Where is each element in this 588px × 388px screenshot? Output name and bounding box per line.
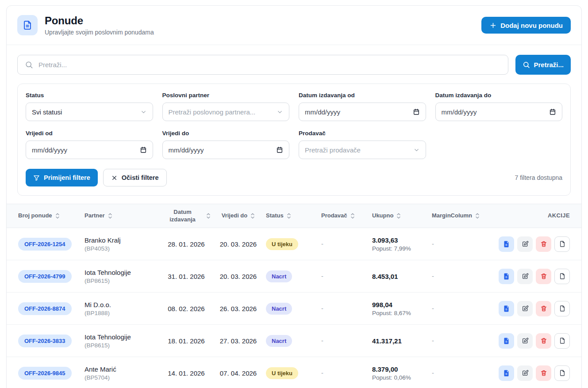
delete-button[interactable] bbox=[536, 269, 551, 284]
valid-until-date: 20. 03. 2026 bbox=[215, 273, 266, 280]
column-header-total[interactable]: Ukupno bbox=[372, 212, 432, 219]
duplicate-icon bbox=[559, 337, 566, 344]
duplicate-icon bbox=[559, 305, 566, 312]
issue-date-to-input[interactable]: mm/dd/yyyy bbox=[435, 103, 563, 121]
status-label: Status bbox=[26, 92, 153, 99]
issue-date-from-input[interactable]: mm/dd/yyyy bbox=[299, 103, 426, 121]
status-badge: U tijeku bbox=[266, 238, 298, 250]
valid-to-input[interactable]: mm/dd/yyyy bbox=[162, 141, 290, 159]
delete-icon bbox=[540, 240, 547, 247]
table-row: OFF-2026-3833 Iota Tehnologije (BP8615) … bbox=[7, 325, 581, 357]
calendar-icon[interactable] bbox=[140, 146, 147, 153]
column-header-margin[interactable]: MarginColumn bbox=[432, 212, 492, 219]
partner-label: Poslovni partner bbox=[162, 92, 290, 99]
view-document-button[interactable] bbox=[499, 269, 514, 284]
total-amount: 8.453,01 bbox=[372, 273, 427, 280]
column-header-seller[interactable]: Prodavač bbox=[321, 212, 372, 219]
partner-name: Iota Tehnologije bbox=[85, 333, 158, 341]
sort-icon bbox=[287, 213, 291, 219]
partner-code: (BP8615) bbox=[85, 278, 158, 284]
delete-button[interactable] bbox=[536, 301, 551, 316]
partner-code: (BP4053) bbox=[85, 245, 158, 252]
seller-value: - bbox=[321, 240, 372, 247]
duplicate-icon bbox=[559, 240, 566, 247]
view-document-button[interactable] bbox=[499, 236, 514, 252]
calendar-icon[interactable] bbox=[413, 108, 420, 115]
add-offer-button[interactable]: Dodaj novu ponudu bbox=[481, 17, 571, 34]
calendar-icon[interactable] bbox=[276, 146, 283, 153]
duplicate-button[interactable] bbox=[554, 236, 570, 252]
filter-partner: Poslovni partner Pretraži poslovnog part… bbox=[162, 92, 290, 121]
row-actions bbox=[492, 269, 570, 284]
delete-icon bbox=[540, 369, 547, 377]
seller-select[interactable]: Pretraži prodavače bbox=[299, 141, 426, 159]
edit-button[interactable] bbox=[517, 333, 533, 349]
column-header-partner[interactable]: Partner bbox=[85, 212, 162, 219]
table-row: OFF-2026-9845 Ante Marić (BP5704) 14. 01… bbox=[7, 357, 581, 388]
valid-from-input[interactable]: mm/dd/yyyy bbox=[26, 141, 153, 159]
valid-until-date: 27. 03. 2026 bbox=[215, 337, 266, 345]
chevron-down-icon bbox=[413, 147, 420, 153]
duplicate-button[interactable] bbox=[554, 333, 570, 349]
view-document-button[interactable] bbox=[499, 333, 514, 349]
column-header-valid[interactable]: Vrijedi do bbox=[215, 212, 266, 219]
duplicate-icon bbox=[559, 273, 566, 280]
view-document-icon bbox=[503, 273, 510, 280]
status-badge: U tijeku bbox=[266, 367, 298, 379]
partner-code: (BP5704) bbox=[85, 374, 158, 381]
sort-icon bbox=[55, 213, 60, 219]
delete-button[interactable] bbox=[536, 333, 551, 349]
table-row: OFF-2026-1254 Branko Kralj (BP4053) 28. … bbox=[7, 228, 581, 260]
edit-button[interactable] bbox=[517, 301, 533, 316]
table-header-row: Broj ponudePartnerDatum izdavanjaVrijedi… bbox=[7, 204, 581, 228]
column-header-status[interactable]: Status bbox=[266, 212, 321, 219]
margin-value: - bbox=[432, 305, 492, 312]
status-select[interactable]: Svi statusi bbox=[26, 103, 153, 121]
valid-to-label: Vrijedi do bbox=[162, 130, 290, 137]
valid-until-date: 07. 04. 2026 bbox=[215, 369, 266, 377]
discount-note: Popust: 0,06% bbox=[372, 374, 427, 381]
delete-icon bbox=[540, 305, 547, 312]
edit-button[interactable] bbox=[517, 236, 533, 252]
total-cell: 998,04 Popust: 8,67% bbox=[372, 301, 432, 316]
clear-filters-button[interactable]: Očisti filtere bbox=[103, 169, 167, 186]
margin-value: - bbox=[432, 337, 492, 344]
search-input[interactable]: Pretraži... bbox=[17, 55, 508, 75]
delete-button[interactable] bbox=[536, 365, 551, 381]
partner-select[interactable]: Pretraži poslovnog partnera... bbox=[162, 103, 290, 121]
filters-available-hint: 7 filtera dostupna bbox=[515, 174, 562, 181]
partner-name: Iota Tehnologije bbox=[85, 269, 158, 276]
search-button[interactable]: Pretraži... bbox=[515, 55, 571, 75]
duplicate-button[interactable] bbox=[554, 301, 570, 316]
apply-filters-button[interactable]: Primijeni filtere bbox=[26, 169, 98, 186]
view-document-icon bbox=[503, 305, 510, 312]
calendar-icon[interactable] bbox=[549, 108, 556, 115]
edit-icon bbox=[522, 369, 529, 377]
column-header-id[interactable]: Broj ponude bbox=[18, 212, 85, 219]
sort-icon bbox=[350, 213, 355, 219]
plus-icon bbox=[489, 22, 497, 29]
partner-code: (BP1888) bbox=[85, 310, 158, 316]
chevron-down-icon bbox=[140, 109, 147, 115]
edit-button[interactable] bbox=[517, 365, 533, 381]
status-badge: Nacrt bbox=[266, 335, 292, 347]
margin-value: - bbox=[432, 240, 492, 247]
issue-date: 14. 01. 2026 bbox=[162, 369, 215, 377]
row-actions bbox=[492, 333, 570, 349]
row-actions bbox=[492, 365, 570, 381]
view-document-button[interactable] bbox=[499, 301, 514, 316]
duplicate-button[interactable] bbox=[554, 269, 570, 284]
edit-button[interactable] bbox=[517, 269, 533, 284]
total-amount: 41.317,21 bbox=[372, 337, 427, 345]
column-header-issued[interactable]: Datum izdavanja bbox=[162, 209, 215, 223]
partner-cell: Iota Tehnologije (BP8615) bbox=[85, 269, 162, 284]
delete-button[interactable] bbox=[536, 236, 551, 252]
close-icon bbox=[111, 175, 118, 181]
seller-value: - bbox=[321, 273, 372, 280]
duplicate-button[interactable] bbox=[554, 365, 570, 381]
partner-cell: Branko Kralj (BP4053) bbox=[85, 236, 162, 252]
view-document-button[interactable] bbox=[499, 365, 514, 381]
total-amount: 8.379,00 bbox=[372, 365, 427, 373]
margin-value: - bbox=[432, 369, 492, 377]
search-icon bbox=[523, 61, 530, 68]
